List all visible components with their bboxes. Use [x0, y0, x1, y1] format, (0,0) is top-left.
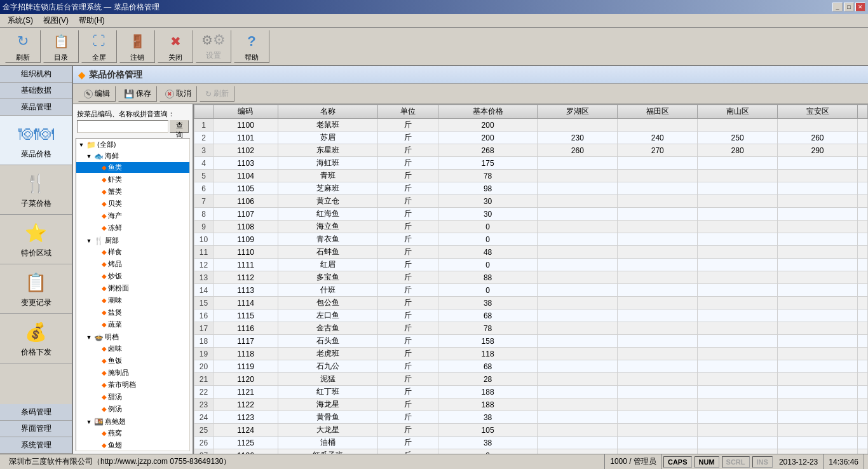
cell-baseprice[interactable]: 105: [438, 424, 538, 437]
tree-toggle-icon[interactable]: ▼: [78, 141, 85, 149]
cell-baoan[interactable]: [778, 182, 858, 195]
cell-luohu[interactable]: [538, 170, 618, 182]
tree-node-content[interactable]: ▼📁(全部): [76, 139, 189, 150]
sidebar-item-ui[interactable]: 界面管理: [0, 421, 72, 437]
table-row[interactable]: 24 1123 黄骨鱼 斤 38: [194, 411, 868, 424]
cell-baoan[interactable]: [778, 208, 858, 221]
cell-baseprice[interactable]: 200: [438, 119, 538, 132]
table-row[interactable]: 19 1118 老虎班 斤 118: [194, 348, 868, 360]
cell-baoan[interactable]: [778, 259, 858, 271]
cell-baseprice[interactable]: 48: [438, 246, 538, 259]
cell-baoan[interactable]: [778, 437, 858, 449]
cell-baoan[interactable]: [778, 119, 858, 132]
cell-futian[interactable]: [618, 259, 698, 271]
cell-code[interactable]: 1108: [214, 221, 278, 233]
cell-nanshan[interactable]: [698, 195, 778, 208]
tree-node-content[interactable]: ◆鱼翅: [76, 440, 189, 451]
cell-code[interactable]: 1113: [214, 284, 278, 297]
cell-nanshan[interactable]: [698, 119, 778, 132]
cell-unit[interactable]: 斤: [377, 398, 438, 411]
sidebar-item-sys[interactable]: 系统管理: [0, 437, 72, 454]
tree-node-content[interactable]: ◆腌制品: [76, 367, 189, 378]
cell-code[interactable]: 1103: [214, 157, 278, 170]
cell-unit[interactable]: 斤: [377, 411, 438, 424]
cell-nanshan[interactable]: [698, 398, 778, 411]
sidebar-item-dish-price[interactable]: 🍽 菜品价格: [0, 116, 72, 165]
tree-toggle-icon[interactable]: ▼: [85, 237, 93, 245]
cell-luohu[interactable]: [538, 411, 618, 424]
cell-futian[interactable]: 270: [618, 144, 698, 157]
cell-luohu[interactable]: 230: [538, 132, 618, 144]
tree-node-content[interactable]: ◆粥粉面: [76, 283, 189, 294]
cell-nanshan[interactable]: [698, 309, 778, 322]
cell-unit[interactable]: 斤: [377, 221, 438, 233]
table-row[interactable]: 26 1125 油桶 斤 38: [194, 437, 868, 449]
cell-nanshan[interactable]: [698, 271, 778, 284]
minimize-button[interactable]: _: [832, 3, 843, 11]
cell-futian[interactable]: [618, 119, 698, 132]
cell-code[interactable]: 1109: [214, 233, 278, 246]
cell-name[interactable]: 苏眉: [278, 132, 377, 144]
cell-futian[interactable]: [618, 322, 698, 335]
cell-luohu[interactable]: [538, 157, 618, 170]
cell-code[interactable]: 1121: [214, 386, 278, 398]
table-row[interactable]: 5 1104 青班 斤 78: [194, 170, 868, 182]
cancel-button[interactable]: ✖ 取消: [159, 86, 197, 102]
cell-futian[interactable]: [618, 398, 698, 411]
cell-baoan[interactable]: [778, 424, 858, 437]
cell-unit[interactable]: 斤: [377, 195, 438, 208]
col-luohu[interactable]: 罗湖区: [538, 105, 618, 119]
cell-code[interactable]: 1126: [214, 449, 278, 454]
sidebar-item-barcode[interactable]: 条码管理: [0, 404, 72, 421]
tree-node-content[interactable]: ◆鱼饭: [76, 355, 189, 366]
search-input[interactable]: [77, 120, 168, 133]
cell-nanshan[interactable]: [698, 386, 778, 398]
cell-baseprice[interactable]: 38: [438, 437, 538, 449]
cell-name[interactable]: 红海鱼: [278, 208, 377, 221]
sidebar-item-org[interactable]: 组织机构: [0, 66, 72, 83]
cell-name[interactable]: 什班: [278, 284, 377, 297]
cell-name[interactable]: 老鼠班: [278, 119, 377, 132]
cell-unit[interactable]: 斤: [377, 259, 438, 271]
cell-nanshan[interactable]: [698, 373, 778, 386]
cell-baseprice[interactable]: 268: [438, 144, 538, 157]
sidebar-item-change-log[interactable]: 📋 变更记录: [0, 264, 72, 314]
cell-unit[interactable]: 斤: [377, 119, 438, 132]
cell-code[interactable]: 1111: [214, 259, 278, 271]
cell-luohu[interactable]: [538, 182, 618, 195]
cell-code[interactable]: 1122: [214, 398, 278, 411]
cell-luohu[interactable]: [538, 119, 618, 132]
col-baoan[interactable]: 宝安区: [778, 105, 858, 119]
table-row[interactable]: 1 1100 老鼠班 斤 200: [194, 119, 868, 132]
sidebar-item-dish-mgmt[interactable]: 菜品管理: [0, 99, 72, 116]
cell-luohu[interactable]: [538, 424, 618, 437]
cell-futian[interactable]: [618, 360, 698, 373]
cell-nanshan[interactable]: [698, 335, 778, 348]
cell-futian[interactable]: [618, 271, 698, 284]
col-futian[interactable]: 福田区: [618, 105, 698, 119]
cell-baseprice[interactable]: 118: [438, 348, 538, 360]
cell-nanshan[interactable]: [698, 411, 778, 424]
cell-luohu[interactable]: [538, 246, 618, 259]
cell-baseprice[interactable]: 68: [438, 309, 538, 322]
cell-baoan[interactable]: [778, 386, 858, 398]
cell-name[interactable]: 芝麻班: [278, 182, 377, 195]
cell-baoan[interactable]: [778, 297, 858, 309]
cell-baoan[interactable]: [778, 271, 858, 284]
sidebar-item-special-zone[interactable]: ⭐ 特价区域: [0, 215, 72, 264]
cell-name[interactable]: 海立鱼: [278, 221, 377, 233]
tree-node-content[interactable]: ▼🍴厨部: [76, 235, 189, 246]
cell-nanshan[interactable]: [698, 297, 778, 309]
cell-baseprice[interactable]: 188: [438, 398, 538, 411]
sidebar-item-price-down[interactable]: 💰 价格下发: [0, 314, 72, 364]
tree-node-content[interactable]: ◆炒饭: [76, 271, 189, 282]
cell-unit[interactable]: 斤: [377, 208, 438, 221]
tree-node-content[interactable]: ◆甜汤: [76, 391, 189, 402]
cell-unit[interactable]: 斤: [377, 424, 438, 437]
cell-nanshan[interactable]: [698, 170, 778, 182]
cell-nanshan[interactable]: [698, 348, 778, 360]
cell-nanshan[interactable]: 250: [698, 132, 778, 144]
cell-name[interactable]: 东星班: [278, 144, 377, 157]
cell-luohu[interactable]: 260: [538, 144, 618, 157]
cell-luohu[interactable]: [538, 373, 618, 386]
